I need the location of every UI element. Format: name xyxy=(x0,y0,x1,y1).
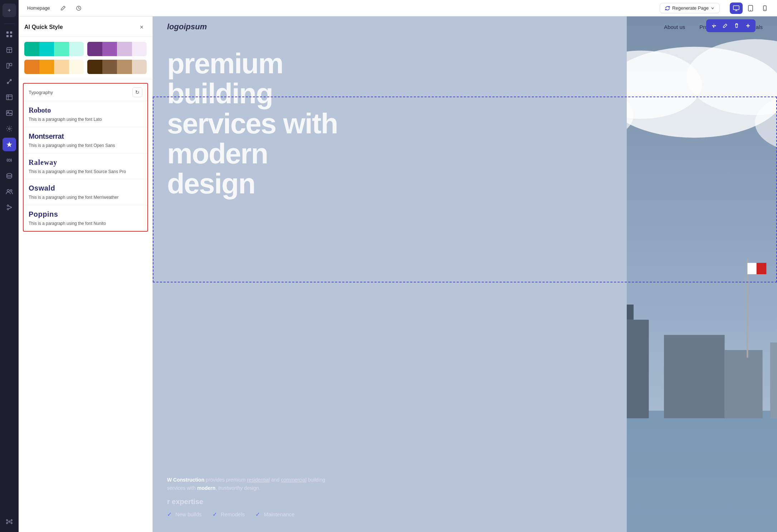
feature-new-builds: ✓ New builds xyxy=(167,511,202,518)
preview-expertise: r expertise xyxy=(167,498,777,506)
sidebar-icon-slash[interactable] xyxy=(3,75,16,88)
sidebar-icon-table[interactable] xyxy=(3,90,16,104)
font-poppins[interactable]: Poppins This is a paragraph using the fo… xyxy=(24,205,147,231)
mobile-device-btn[interactable] xyxy=(758,3,771,14)
sidebar: + xyxy=(0,0,19,532)
preview-logo: logoipsum xyxy=(167,22,207,31)
swatch-brown[interactable] xyxy=(87,60,147,74)
svg-rect-46 xyxy=(725,350,763,418)
check-icon-remodels: ✓ xyxy=(212,511,217,517)
preview-features: ✓ New builds ✓ Remodels ✓ Maintenance xyxy=(167,511,777,518)
font-montserrat[interactable]: Montserrat This is a paragraph using the… xyxy=(24,127,147,153)
floating-toolbar xyxy=(706,19,756,32)
content-area: AI Quick Style × xyxy=(19,16,777,532)
history-icon-btn[interactable] xyxy=(73,3,84,14)
svg-rect-15 xyxy=(6,110,12,115)
svg-point-19 xyxy=(7,173,12,176)
svg-rect-12 xyxy=(6,95,12,100)
font-sample-roboto: This is a paragraph using the font Lato xyxy=(29,117,142,123)
topbar: Homepage Regenerate Page xyxy=(19,0,777,16)
swatch-purple[interactable] xyxy=(87,42,147,56)
svg-line-24 xyxy=(9,206,12,207)
font-raleway[interactable]: Raleway This is a paragraph using the fo… xyxy=(24,153,147,179)
hero-headline: premiumbuildingservices withmoderndesign xyxy=(167,49,612,199)
sidebar-icon-layout[interactable] xyxy=(3,43,16,57)
sidebar-icon-database[interactable] xyxy=(3,169,16,183)
swatch-orange[interactable] xyxy=(24,60,84,74)
font-roboto[interactable]: Roboto This is a paragraph using the fon… xyxy=(24,101,147,127)
swatch-teal[interactable] xyxy=(24,42,84,56)
edit-button[interactable] xyxy=(720,21,730,31)
svg-point-22 xyxy=(7,205,9,206)
delete-button[interactable] xyxy=(731,21,742,31)
svg-rect-2 xyxy=(6,35,9,37)
homepage-tab[interactable]: Homepage xyxy=(24,4,53,12)
color-swatches xyxy=(19,37,152,79)
svg-rect-53 xyxy=(747,263,756,274)
sidebar-icon-image[interactable] xyxy=(3,106,16,120)
typography-section: Typography ↻ Roboto This is a paragraph … xyxy=(23,83,148,232)
check-icon-maintenance: ✓ xyxy=(255,511,260,517)
feature-remodels: ✓ Remodels xyxy=(212,511,245,518)
sidebar-icon-users[interactable] xyxy=(3,185,16,198)
desktop-device-btn[interactable] xyxy=(730,3,743,14)
device-buttons xyxy=(730,3,771,14)
hero-text-col: premiumbuildingservices withmoderndesign xyxy=(153,16,627,532)
panel-header: AI Quick Style × xyxy=(19,16,152,37)
tablet-device-btn[interactable] xyxy=(744,3,757,14)
sidebar-icon-panel[interactable] xyxy=(3,59,16,73)
svg-rect-47 xyxy=(770,343,777,418)
sidebar-icon-scissors[interactable] xyxy=(3,201,16,214)
hero-image-col xyxy=(627,16,777,532)
sidebar-icon-command[interactable] xyxy=(3,515,16,528)
add-button[interactable]: + xyxy=(3,4,16,17)
preview-description: W Construction provides premium resident… xyxy=(167,476,339,492)
nav-link-about[interactable]: About us xyxy=(664,24,685,30)
regenerate-button[interactable]: Regenerate Page xyxy=(660,3,720,13)
svg-rect-43 xyxy=(627,320,649,418)
svg-point-23 xyxy=(7,208,9,210)
font-name-raleway: Raleway xyxy=(29,158,142,167)
font-name-oswald: Oswald xyxy=(29,184,142,192)
font-oswald[interactable]: Oswald This is a paragraph using the fon… xyxy=(24,179,147,205)
move-button[interactable] xyxy=(708,21,719,31)
svg-rect-44 xyxy=(627,305,634,320)
svg-rect-1 xyxy=(10,31,12,34)
font-sample-poppins: This is a paragraph using the font Nunit… xyxy=(29,221,142,227)
svg-point-18 xyxy=(8,159,10,161)
svg-line-25 xyxy=(9,207,12,209)
typography-label: Typography xyxy=(29,90,53,95)
expertise-label: r expertise xyxy=(167,498,203,506)
website-preview: logoipsum About us Projects Testimonials… xyxy=(153,16,777,532)
panel-close-button[interactable]: × xyxy=(137,22,147,32)
sidebar-icon-broadcast[interactable] xyxy=(3,153,16,167)
preview-hero: premiumbuildingservices withmoderndesign xyxy=(153,16,777,532)
regenerate-label: Regenerate Page xyxy=(672,5,709,11)
svg-rect-8 xyxy=(10,63,12,66)
feature-maintenance: ✓ Maintenance xyxy=(255,511,294,518)
add-section-button[interactable] xyxy=(743,21,753,31)
svg-rect-32 xyxy=(763,6,766,11)
svg-point-20 xyxy=(7,189,9,192)
svg-rect-45 xyxy=(664,335,725,418)
svg-point-17 xyxy=(9,128,10,130)
svg-rect-3 xyxy=(10,35,12,37)
svg-rect-0 xyxy=(6,31,9,34)
quick-style-panel: AI Quick Style × xyxy=(19,16,153,532)
font-sample-montserrat: This is a paragraph using the font Open … xyxy=(29,143,142,149)
refresh-typography-button[interactable]: ↻ xyxy=(132,87,142,97)
font-name-roboto: Roboto xyxy=(29,106,142,114)
font-name-poppins: Poppins xyxy=(29,210,142,218)
preview-bottom: W Construction provides premium resident… xyxy=(167,476,777,518)
svg-line-9 xyxy=(8,80,11,83)
sidebar-icon-settings[interactable] xyxy=(3,122,16,136)
svg-rect-27 xyxy=(733,6,739,10)
main-area: Homepage Regenerate Page xyxy=(19,0,777,532)
font-sample-raleway: This is a paragraph using the font Sourc… xyxy=(29,169,142,175)
sidebar-icon-grid[interactable] xyxy=(3,28,16,41)
edit-icon-btn[interactable] xyxy=(57,3,69,14)
preview-nav: logoipsum About us Projects Testimonials xyxy=(153,16,777,37)
svg-point-21 xyxy=(10,190,12,192)
sidebar-icon-ai[interactable] xyxy=(3,138,16,151)
typography-header: Typography ↻ xyxy=(24,84,147,101)
